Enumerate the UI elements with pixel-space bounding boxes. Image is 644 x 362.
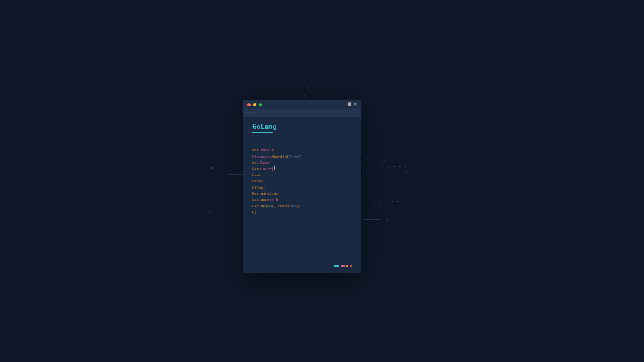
code-token: he b [270, 197, 278, 204]
decor-dot [386, 201, 387, 202]
editor-content[interactable]: GoLang for tang ßStaciunon3iord|a[Alrma™… [243, 117, 361, 273]
code-line[interactable]: Cant ourr| [252, 166, 352, 173]
code-token: beak [252, 173, 261, 179]
window-controls: ■ ✕ [348, 102, 357, 107]
code-token: |a[ [282, 154, 289, 160]
footer-bar-red [350, 265, 352, 267]
decor-dot [366, 175, 367, 176]
decor-dot [211, 167, 213, 169]
code-block[interactable]: for tang ßStaciunon3iord|a[Alrma™asiIlas… [252, 148, 352, 216]
code-token: 3iord [272, 154, 283, 160]
code-token: 0} [252, 209, 257, 216]
code-token: ourr [263, 166, 272, 173]
code-token: Cant [252, 166, 263, 173]
close-traffic-light[interactable] [247, 103, 251, 106]
code-line[interactable]: asiIlasa [252, 160, 352, 166]
decor-dot [307, 87, 308, 88]
code-token: tuaoh" [278, 204, 291, 210]
code-token: ß [272, 148, 274, 154]
decor-dot [386, 219, 388, 220]
tab-indicator-dot [251, 112, 252, 113]
text-cursor [274, 166, 275, 170]
code-token: Daxian( [252, 204, 267, 210]
decor-dot [388, 166, 389, 167]
code-token: Defe [252, 178, 261, 185]
footer-progress-bars [334, 265, 352, 267]
decor-dot [406, 171, 407, 173]
code-line[interactable]: Staciunon3iord|a[Alrma™ [252, 154, 352, 160]
tab-indicator-dot [254, 112, 255, 113]
decor-dot [399, 166, 401, 167]
titlebar: ■ ✕ [243, 100, 361, 109]
maximize-icon[interactable]: ■ [348, 102, 351, 107]
code-line[interactable]: beak [252, 173, 352, 179]
footer-bar-teal [334, 265, 339, 267]
decor-dot [220, 177, 221, 178]
code-token: ®® [291, 204, 296, 210]
footer-bar-orange [346, 265, 348, 267]
editor-window: ■ ✕ GoLang for tang ßStaciunon3iord|a[Al… [243, 100, 361, 273]
decor-dot [397, 201, 399, 202]
decor-dash [229, 174, 243, 175]
decor-dot [214, 189, 215, 190]
title-underline [252, 132, 273, 133]
decor-dot [209, 212, 211, 213]
decor-dot [405, 166, 406, 167]
code-line[interactable]: for tang ß [252, 148, 352, 154]
code-line[interactable]: Dertainetcan [252, 191, 352, 197]
decor-dot [401, 219, 402, 220]
decor-dot [392, 201, 393, 202]
code-line[interactable]: Defe/ [252, 178, 352, 185]
code-token: for [252, 148, 261, 154]
tab-indicator-dot [247, 112, 249, 113]
traffic-lights [247, 103, 262, 106]
code-token: aailacac [252, 197, 270, 204]
decor-dash [364, 219, 380, 220]
code-token: ), [272, 204, 278, 210]
tab-bar [243, 109, 361, 117]
code-line[interactable]: Daxian(DO), tuaoh"®®|}. [252, 204, 352, 210]
code-token: tang [261, 148, 272, 154]
code-token: Staciunon [252, 154, 272, 160]
footer-bar-pink [341, 265, 345, 267]
code-token: DO [267, 204, 272, 210]
code-token: Dertainetcan [252, 191, 278, 197]
decor-dot [380, 201, 381, 202]
code-token: Ilasa [259, 160, 270, 166]
code-token: }. [298, 204, 302, 210]
decor-dot [304, 95, 305, 97]
decor-dot [382, 166, 383, 167]
code-line[interactable]: 0} [252, 209, 352, 216]
code-token: Alrma™ [289, 154, 301, 160]
code-line[interactable]: aailacache b [252, 197, 352, 204]
page-title: GoLang [252, 123, 352, 130]
decor-dot [393, 166, 395, 167]
minimize-traffic-light[interactable] [253, 103, 256, 106]
close-icon[interactable]: ✕ [354, 102, 357, 107]
code-line[interactable]: Ctloy; [252, 185, 352, 191]
code-token: Ctloy; [252, 185, 265, 191]
decor-dot [367, 159, 368, 160]
code-token: | [272, 166, 274, 173]
decor-dot [385, 160, 386, 161]
zoom-traffic-light[interactable] [259, 103, 262, 106]
code-token: / [261, 178, 263, 185]
decor-dot [374, 201, 375, 202]
code-token: asi [252, 160, 259, 166]
